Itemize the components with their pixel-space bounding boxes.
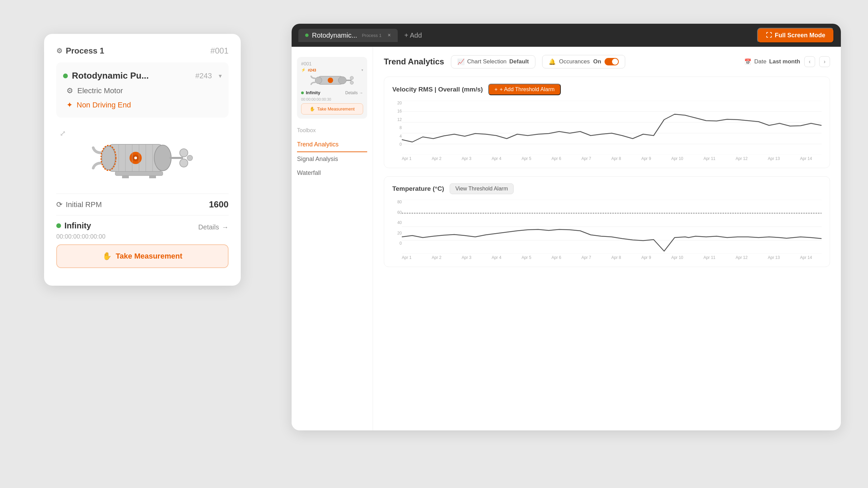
motor-svg: [88, 129, 197, 183]
fullscreen-button[interactable]: ⛶ Full Screen Mode: [757, 28, 834, 43]
occurrences-switch[interactable]: [605, 58, 619, 65]
velocity-chart-panel: Velocity RMS | Overall (mm/s) + + Add Th…: [384, 77, 830, 168]
temperature-chart-header: Temperature (°C) View Threshold Alarm: [392, 183, 822, 194]
sub-item-motor[interactable]: ⚙ Electric Motor: [63, 84, 222, 98]
fullscreen-icon: ⛶: [766, 32, 772, 39]
device-list: Rotodynamic Pu... #243 ▾ ⚙ Electric Moto…: [56, 62, 229, 118]
expand-button[interactable]: ⤢: [60, 129, 66, 138]
sub-item-nde[interactable]: ✦ Non Driving End: [63, 98, 222, 112]
svg-point-13: [134, 157, 137, 159]
sidebar-item-waterfall[interactable]: Waterfall: [297, 166, 367, 180]
chart-selection-button[interactable]: 📈 Chart Selection Default: [451, 55, 535, 68]
sidebar-status-dot: [301, 92, 304, 94]
sidebar-measure-button[interactable]: ✋ Take Measurement: [301, 103, 363, 115]
ty-label-60: 60: [392, 210, 402, 215]
rpm-label: ⟳ Initial RPM: [56, 200, 102, 209]
view-threshold-button[interactable]: View Threshold Alarm: [450, 183, 514, 194]
svg-point-33: [350, 76, 354, 80]
motor-illustration: ⤢: [56, 126, 229, 187]
rpm-stats-row: ⟳ Initial RPM 1600: [56, 194, 229, 215]
sidebar-motor-svg: [301, 74, 363, 87]
tab-bar: Rotodynamic... Process 1 × + Add ⛶ Full …: [292, 24, 841, 47]
ty-label-0: 0: [392, 241, 402, 246]
tab-status-dot: [305, 34, 309, 37]
sidebar-item-trend-analytics[interactable]: Trend Analytics: [297, 138, 367, 152]
plus-icon: +: [494, 86, 497, 93]
chart-toolbar: Trend Analytics 📈 Chart Selection Defaul…: [384, 55, 830, 68]
sidebar-hand-icon: ✋: [310, 106, 315, 111]
tab-rotodynamic[interactable]: Rotodynamic... Process 1 ×: [298, 29, 398, 42]
chart-selection-label: Chart Selection: [467, 58, 507, 65]
y-label-20: 20: [392, 101, 402, 105]
card-header: ⚙ Process 1 #001: [56, 46, 229, 56]
ty-label-40: 40: [392, 220, 402, 225]
sidebar-tag: #243: [308, 68, 316, 72]
velocity-chart-header: Velocity RMS | Overall (mm/s) + + Add Th…: [392, 84, 822, 95]
velocity-chart-svg: [402, 101, 822, 155]
svg-rect-17: [149, 176, 156, 178]
sidebar-mini-id: #001: [301, 61, 363, 66]
machine-card: ⚙ Process 1 #001 Rotodynamic Pu... #243 …: [44, 34, 241, 286]
tab-close-button[interactable]: ×: [388, 32, 391, 38]
temperature-chart-panel: Temperature (°C) View Threshold Alarm 80…: [384, 176, 830, 267]
sidebar-pump-icon: ⚡: [301, 68, 306, 72]
status-active-dot: [56, 223, 61, 228]
sidebar-item-signal-analysis[interactable]: Signal Analysis: [297, 152, 367, 166]
analytics-content: #001 ⚡ #243 ▾: [292, 47, 841, 430]
add-tab-button[interactable]: + Add: [399, 29, 428, 42]
velocity-chart-title: Velocity RMS | Overall (mm/s): [392, 86, 483, 93]
rpm-icon: ⟳: [56, 200, 62, 209]
analytics-sidebar: #001 ⚡ #243 ▾: [292, 47, 373, 430]
tab-name: Rotodynamic...: [312, 32, 357, 39]
y-label-8: 8: [392, 125, 402, 130]
svg-point-29: [338, 77, 347, 84]
svg-point-34: [350, 81, 354, 84]
sidebar-details-link[interactable]: Details →: [345, 90, 363, 95]
add-threshold-button[interactable]: + + Add Threshold Alarm: [488, 84, 560, 95]
trend-analytics-title: Trend Analytics: [384, 57, 444, 66]
status-row: Infinity Details →: [56, 221, 229, 233]
ty-label-20: 20: [392, 231, 402, 236]
toolbox-title: Toolbox: [297, 127, 367, 134]
next-arrow[interactable]: ›: [819, 56, 830, 67]
device-expand-icon[interactable]: ▾: [219, 72, 222, 80]
svg-rect-15: [115, 171, 163, 176]
device-status-dot: [63, 74, 68, 78]
velocity-x-axis: Apr 1 Apr 2 Apr 3 Apr 4 Apr 5 Apr 6 Apr …: [392, 155, 822, 161]
chart-area: Trend Analytics 📈 Chart Selection Defaul…: [373, 47, 841, 430]
y-label-12: 12: [392, 117, 402, 122]
prev-arrow[interactable]: ‹: [804, 56, 815, 67]
calendar-icon: 📅: [744, 58, 751, 65]
sidebar-mini-pump: ⚡ #243 ▾: [301, 68, 363, 72]
rpm-value: 1600: [209, 199, 229, 210]
y-label-16: 16: [392, 109, 402, 114]
date-value: Last month: [769, 58, 800, 65]
sidebar-status-row: Infinity Details →: [301, 90, 363, 95]
temperature-x-axis: Apr 1 Apr 2 Apr 3 Apr 4 Apr 5 Apr 6 Apr …: [392, 254, 822, 260]
velocity-y-axis: 20 16 12 8 4 0: [392, 101, 402, 155]
ty-label-80: 80: [392, 200, 402, 204]
svg-point-20: [187, 155, 193, 161]
device-item-pump[interactable]: Rotodynamic Pu... #243 ▾: [63, 68, 222, 84]
temperature-chart-svg: [402, 200, 822, 254]
svg-rect-16: [122, 176, 129, 178]
temperature-chart-container: 80 60 40 20 0: [392, 200, 822, 254]
occurrences-label: Occurances: [559, 58, 590, 65]
chart-icon: 📈: [457, 58, 465, 65]
sidebar-time: 00:00:00:00:00:30: [301, 97, 363, 101]
date-picker[interactable]: 📅 Date Last month: [744, 58, 800, 65]
nde-icon: ✦: [66, 101, 73, 109]
take-measurement-button[interactable]: ✋ Take Measurement: [56, 244, 229, 268]
svg-point-30: [315, 77, 322, 84]
svg-point-31: [328, 78, 333, 83]
date-nav: 📅 Date Last month ‹ ›: [744, 56, 830, 67]
process-title: ⚙ Process 1: [56, 46, 104, 56]
process-icon: ⚙: [56, 47, 62, 55]
svg-rect-14: [170, 157, 183, 159]
occurrences-toggle[interactable]: 🔔 Occurances On: [542, 55, 625, 68]
motor-icon: ⚙: [66, 86, 73, 95]
details-link[interactable]: Details →: [198, 223, 229, 231]
status-name: Infinity: [56, 221, 91, 230]
status-time: 00:00:00:00:00:00: [56, 233, 229, 240]
occurrences-value: On: [593, 58, 601, 65]
